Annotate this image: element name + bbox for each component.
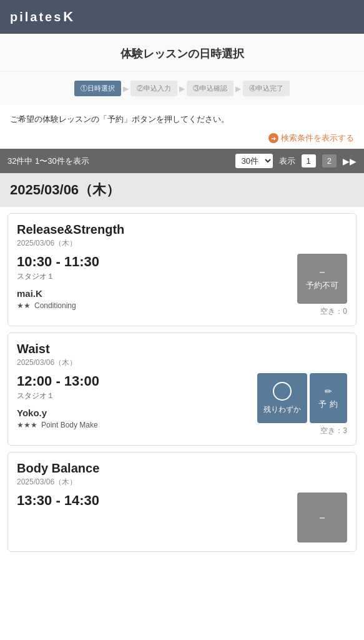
lesson-2-tags: ★★★ Point Body Make <box>17 421 257 429</box>
lesson-1-category: Conditioning <box>34 301 76 310</box>
lesson-2-reserve-label: 予 約 <box>318 399 339 410</box>
lesson-2-remaining-button[interactable]: 残りわずか <box>257 373 307 423</box>
steps-container: ①日時選択 ▶ ②申込入力 ▶ ③申込確認 ▶ ④申込完了 <box>0 72 364 105</box>
lesson-2-category: Point Body Make <box>41 421 98 429</box>
pencil-icon: ✏ <box>325 386 332 396</box>
page-title-section: 体験レッスンの日時選択 <box>0 34 364 72</box>
lesson-3-info: 13:30 - 14:30 <box>17 492 297 515</box>
logo-k: K <box>63 9 75 24</box>
lesson-2-date: 2025/03/06（木） <box>17 358 347 368</box>
minus-icon-3: － <box>317 512 328 523</box>
lesson-2-stars: ★★★ <box>17 421 37 429</box>
lesson-card-1: Release&Strength 2025/03/06（木） 10:30 - 1… <box>7 213 357 326</box>
lesson-card-2: Waist 2025/03/06（木） 12:00 - 13:00 スタジオ１ … <box>7 332 357 446</box>
step-4[interactable]: ④申込完了 <box>243 81 290 96</box>
lesson-1-unavailable-button: － 予約不可 <box>297 254 347 304</box>
lesson-3-unavailable-button: － <box>297 492 347 542</box>
lesson-2-reserve-button[interactable]: ✏ 予 約 <box>310 373 347 423</box>
description: ご希望の体験レッスンの「予約」ボタンを押してください。 <box>0 105 364 130</box>
lesson-2-remaining-label: 残りわずか <box>263 404 301 415</box>
step-arrow-1: ▶ <box>121 84 130 93</box>
date-header: 2025/03/06（木） <box>0 173 364 207</box>
pagination-count: 32件中 1〜30件を表示 <box>7 156 229 167</box>
lesson-1-name: Release&Strength <box>17 222 347 237</box>
lesson-3-date: 2025/03/06（木） <box>17 477 347 488</box>
lesson-2-studio: スタジオ１ <box>17 391 257 401</box>
lesson-2-time: 12:00 - 13:00 <box>17 373 257 389</box>
minus-icon: － <box>317 266 328 278</box>
page-2-button[interactable]: 2 <box>322 154 337 168</box>
step-arrow-3: ▶ <box>234 84 243 93</box>
circle-icon <box>273 382 292 401</box>
lesson-1-instructor: mai.K <box>17 288 297 299</box>
lesson-2-instructor: Yoko.y <box>17 408 257 418</box>
header: pilatesK <box>0 0 364 34</box>
lesson-1-availability: 空き：0 <box>320 306 347 317</box>
search-link-row: ➜ 検索条件を表示する <box>0 130 364 149</box>
step-3-label: ③申込確認 <box>193 84 227 93</box>
lesson-1-time: 10:30 - 11:30 <box>17 254 297 270</box>
lesson-1-date: 2025/03/06（木） <box>17 238 347 249</box>
lesson-3-right: － <box>297 492 347 542</box>
lesson-2-availability: 空き：3 <box>320 426 347 436</box>
lesson-card-3: Body Balance 2025/03/06（木） 13:30 - 14:30… <box>7 452 357 552</box>
lesson-3-time: 13:30 - 14:30 <box>17 492 297 509</box>
lesson-1-studio: スタジオ１ <box>17 271 297 282</box>
search-link-icon: ➜ <box>268 133 278 143</box>
pagination-bar: 32件中 1〜30件を表示 30件 10件 20件 表示 1 2 ▶▶ <box>0 149 364 173</box>
lesson-2-right: 残りわずか ✏ 予 約 空き：3 <box>257 373 347 436</box>
step-4-label: ④申込完了 <box>249 84 283 93</box>
lesson-1-info: 10:30 - 11:30 スタジオ１ mai.K ★★ Conditionin… <box>17 254 297 310</box>
lesson-2-info: 12:00 - 13:00 スタジオ１ Yoko.y ★★★ Point Bod… <box>17 373 257 429</box>
step-arrow-2: ▶ <box>177 84 187 93</box>
search-link[interactable]: ➜ 検索条件を表示する <box>268 132 354 144</box>
per-page-select[interactable]: 30件 10件 20件 <box>235 154 273 168</box>
lesson-1-stars: ★★ <box>17 301 31 310</box>
step-3[interactable]: ③申込確認 <box>187 81 234 96</box>
page-next-button[interactable]: ▶▶ <box>343 156 357 166</box>
lesson-2-btn-group: 残りわずか ✏ 予 約 <box>257 373 347 423</box>
display-label: 表示 <box>279 156 295 167</box>
step-2-label: ②申込入力 <box>137 84 171 93</box>
page-title: 体験レッスンの日時選択 <box>10 46 354 61</box>
search-link-text: 検索条件を表示する <box>281 132 354 144</box>
step-1[interactable]: ①日時選択 <box>74 81 121 96</box>
step-2[interactable]: ②申込入力 <box>130 81 177 96</box>
lesson-2-name: Waist <box>17 342 347 356</box>
lesson-3-name: Body Balance <box>17 461 347 476</box>
lesson-1-tags: ★★ Conditioning <box>17 301 297 310</box>
lesson-1-btn-label: 予約不可 <box>306 280 338 291</box>
lesson-1-right: － 予約不可 空き：0 <box>297 254 347 317</box>
logo-text: pilates <box>10 10 62 24</box>
step-1-label: ①日時選択 <box>81 84 115 93</box>
logo: pilatesK <box>10 9 75 25</box>
page-1-button[interactable]: 1 <box>302 154 316 168</box>
